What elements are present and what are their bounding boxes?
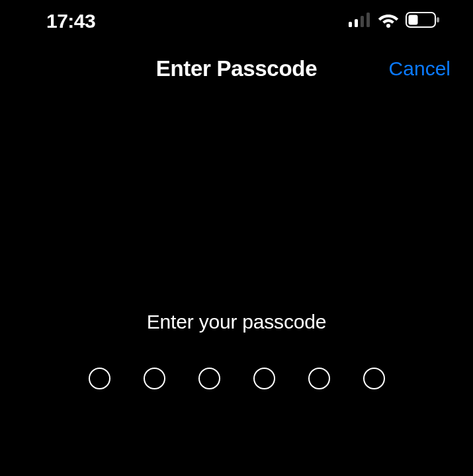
svg-point-4 xyxy=(386,24,390,28)
cellular-icon xyxy=(349,13,371,30)
passcode-dot xyxy=(363,368,385,389)
svg-rect-2 xyxy=(361,16,364,27)
passcode-dot xyxy=(198,368,220,389)
status-bar: 17:43 xyxy=(0,0,473,42)
svg-rect-6 xyxy=(409,15,418,25)
status-time: 17:43 xyxy=(46,10,95,32)
passcode-dot xyxy=(144,368,165,389)
battery-icon xyxy=(406,12,440,30)
nav-header: Enter Passcode Cancel xyxy=(0,42,473,95)
wifi-icon xyxy=(378,12,399,30)
svg-rect-0 xyxy=(349,22,352,27)
passcode-dot xyxy=(253,368,275,389)
passcode-dot xyxy=(308,368,330,389)
passcode-dots[interactable] xyxy=(89,368,385,389)
page-title: Enter Passcode xyxy=(156,56,317,81)
passcode-area: Enter your passcode xyxy=(0,311,473,389)
status-indicators xyxy=(349,12,440,30)
svg-rect-1 xyxy=(355,19,358,27)
svg-rect-3 xyxy=(366,13,370,27)
svg-rect-7 xyxy=(437,17,439,22)
passcode-prompt: Enter your passcode xyxy=(147,311,326,333)
cancel-button[interactable]: Cancel xyxy=(389,58,451,80)
passcode-dot xyxy=(89,368,110,389)
